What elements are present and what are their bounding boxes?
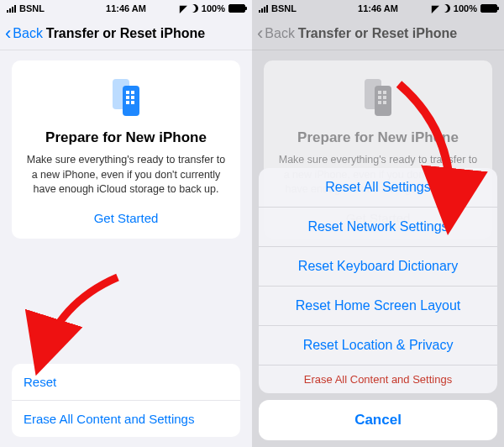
nav-bar: ‹ Back Transfer or Reset iPhone bbox=[0, 17, 252, 50]
reset-keyboard-dictionary[interactable]: Reset Keyboard Dictionary bbox=[259, 246, 497, 286]
back-label: Back bbox=[265, 26, 295, 41]
back-button[interactable]: ‹ Back bbox=[5, 24, 43, 43]
svg-rect-11 bbox=[383, 91, 386, 94]
card-heading: Prepare for New iPhone bbox=[276, 129, 480, 146]
prepare-card: Prepare for New iPhone Make sure everyth… bbox=[12, 60, 240, 239]
svg-rect-6 bbox=[126, 101, 129, 104]
svg-rect-4 bbox=[126, 96, 129, 99]
get-started-button[interactable]: Get Started bbox=[24, 211, 228, 225]
screenshot-right: BSNL 11:46 AM ◤ 100% ‹ Back Transfer or … bbox=[252, 0, 504, 447]
svg-rect-10 bbox=[378, 91, 381, 94]
battery-icon bbox=[480, 4, 497, 13]
cancel-button[interactable]: Cancel bbox=[259, 400, 497, 440]
svg-rect-13 bbox=[383, 96, 386, 99]
action-sheet: Reset All Settings Reset Network Setting… bbox=[259, 168, 497, 440]
screenshot-left: BSNL 11:46 AM ◤ 100% ‹ Back Transfer or … bbox=[0, 0, 252, 447]
clock-label: 11:46 AM bbox=[0, 3, 252, 13]
card-heading: Prepare for New iPhone bbox=[24, 129, 228, 146]
reset-all-settings[interactable]: Reset All Settings bbox=[259, 168, 497, 207]
clock-label: 11:46 AM bbox=[252, 3, 504, 13]
card-body: Make sure everything's ready to transfer… bbox=[24, 153, 228, 197]
chevron-left-icon: ‹ bbox=[257, 24, 263, 43]
nav-bar: ‹ Back Transfer or Reset iPhone bbox=[252, 17, 504, 50]
status-bar: BSNL 11:46 AM ◤ 100% bbox=[252, 0, 504, 17]
status-bar: BSNL 11:46 AM ◤ 100% bbox=[0, 0, 252, 17]
svg-rect-5 bbox=[131, 96, 134, 99]
erase-all-cutoff[interactable]: Erase All Content and Settings bbox=[259, 365, 497, 393]
svg-rect-15 bbox=[383, 101, 386, 104]
svg-rect-3 bbox=[131, 91, 134, 94]
reset-location-privacy[interactable]: Reset Location & Privacy bbox=[259, 325, 497, 365]
phones-icon bbox=[276, 74, 480, 121]
action-sheet-list: Reset All Settings Reset Network Setting… bbox=[259, 168, 497, 393]
reset-row[interactable]: Reset bbox=[12, 364, 240, 400]
svg-rect-14 bbox=[378, 101, 381, 104]
back-button[interactable]: ‹ Back bbox=[257, 24, 295, 43]
battery-icon bbox=[228, 4, 245, 13]
reset-network-settings[interactable]: Reset Network Settings bbox=[259, 207, 497, 246]
reset-home-screen-layout[interactable]: Reset Home Screen Layout bbox=[259, 286, 497, 325]
back-label: Back bbox=[13, 26, 43, 41]
options-list: Reset Erase All Content and Settings bbox=[12, 364, 240, 437]
svg-rect-7 bbox=[131, 101, 134, 104]
chevron-left-icon: ‹ bbox=[5, 24, 11, 43]
phones-icon bbox=[24, 74, 228, 121]
content-area: Prepare for New iPhone Make sure everyth… bbox=[0, 50, 252, 447]
svg-rect-2 bbox=[126, 91, 129, 94]
svg-rect-12 bbox=[378, 96, 381, 99]
erase-row[interactable]: Erase All Content and Settings bbox=[12, 400, 240, 437]
